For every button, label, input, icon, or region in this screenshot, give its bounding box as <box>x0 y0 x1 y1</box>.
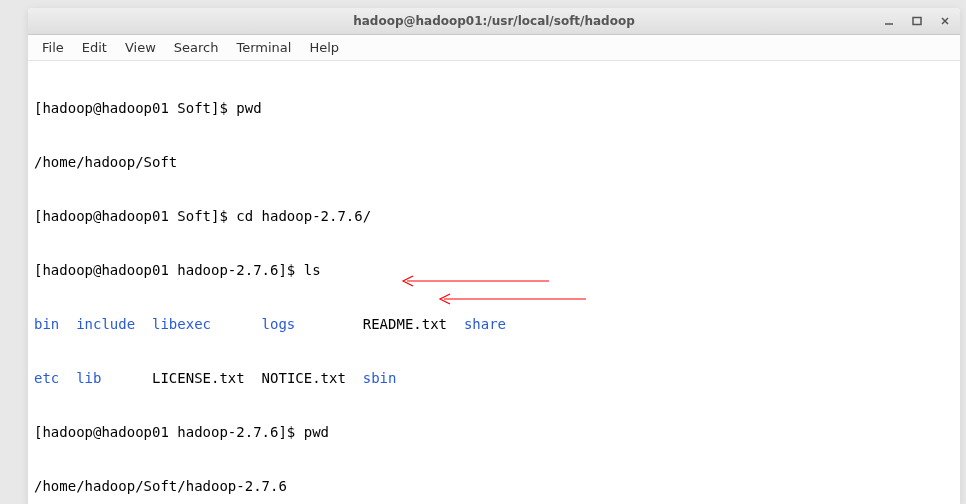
terminal-line: /home/hadoop/Soft/hadoop-2.7.6 <box>34 477 954 495</box>
menu-terminal[interactable]: Terminal <box>228 37 299 58</box>
terminal-line: [hadoop@hadoop01 Soft]$ cd hadoop-2.7.6/ <box>34 207 954 225</box>
maximize-button[interactable] <box>910 14 924 28</box>
minimize-button[interactable] <box>882 14 896 28</box>
window-controls <box>882 14 952 28</box>
terminal-window: hadoop@hadoop01:/usr/local/soft/hadoop F… <box>28 8 960 504</box>
annotation-arrow <box>438 292 588 306</box>
window-title: hadoop@hadoop01:/usr/local/soft/hadoop <box>353 14 635 28</box>
terminal-line: bin include libexec logs README.txt shar… <box>34 315 954 333</box>
menu-file[interactable]: File <box>34 37 72 58</box>
terminal-line: /home/hadoop/Soft <box>34 153 954 171</box>
menubar: File Edit View Search Terminal Help <box>28 35 960 61</box>
terminal-line: [hadoop@hadoop01 Soft]$ pwd <box>34 99 954 117</box>
close-button[interactable] <box>938 14 952 28</box>
terminal-line: [hadoop@hadoop01 hadoop-2.7.6]$ pwd <box>34 423 954 441</box>
menu-view[interactable]: View <box>117 37 164 58</box>
titlebar: hadoop@hadoop01:/usr/local/soft/hadoop <box>28 8 960 35</box>
menu-help[interactable]: Help <box>301 37 347 58</box>
terminal-line: [hadoop@hadoop01 hadoop-2.7.6]$ ls <box>34 261 954 279</box>
svg-rect-1 <box>913 18 921 25</box>
terminal-line: etc lib LICENSE.txt NOTICE.txt sbin <box>34 369 954 387</box>
terminal-viewport[interactable]: [hadoop@hadoop01 Soft]$ pwd /home/hadoop… <box>28 61 960 504</box>
menu-edit[interactable]: Edit <box>74 37 115 58</box>
menu-search[interactable]: Search <box>166 37 227 58</box>
